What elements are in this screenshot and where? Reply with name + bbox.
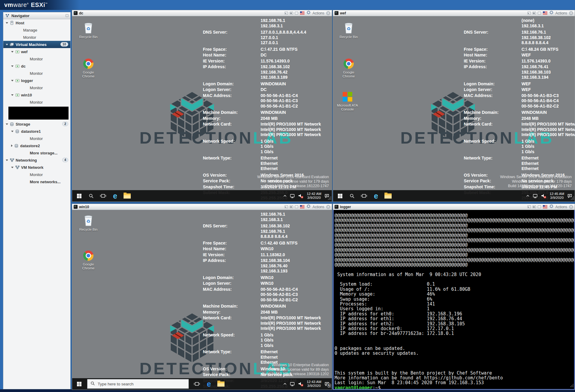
sidebar-item-monitor[interactable]: Monitor (3, 55, 70, 62)
desktop-icon-google-chrome[interactable]: Google Chrome (77, 250, 100, 270)
desktop-icon-recycle-bin[interactable]: ♻Recycle Bin (77, 215, 100, 232)
search-button[interactable] (348, 190, 356, 202)
taskbar-clock[interactable]: 12:45 AM3/9/2020 (549, 192, 564, 200)
close-icon[interactable]: × (569, 205, 573, 209)
sidebar-item-dc[interactable]: dc (3, 62, 70, 70)
start-button[interactable] (75, 190, 83, 202)
sidebar-item-monitor[interactable]: Monitor (3, 99, 70, 106)
search-button[interactable] (87, 190, 95, 202)
logger-terminal-screen[interactable]: @@@@@@@@@@@@@@@@@@@@@@@@@@@@@@@@@@@@@@@@… (333, 210, 575, 390)
keyboard-layout-flag-icon[interactable] (543, 204, 547, 210)
close-icon[interactable]: × (326, 205, 330, 209)
console-size-s1-button[interactable] (528, 205, 531, 208)
close-icon[interactable]: × (326, 11, 330, 15)
start-button[interactable] (336, 190, 344, 202)
actions-menu-button[interactable]: Actions (555, 205, 567, 209)
console-size-s1-button[interactable] (528, 12, 531, 14)
sidebar-item-networking[interactable]: Networking4 (3, 156, 70, 164)
tray-chevron-up-icon[interactable] (526, 194, 530, 197)
file-explorer-button[interactable] (384, 190, 392, 202)
browser-button[interactable]: e (372, 190, 380, 202)
chevron-down-icon[interactable] (6, 44, 8, 45)
desktop-icon-recycle-bin[interactable]: ♻Recycle Bin (337, 22, 360, 39)
console-size-s1-button[interactable] (285, 205, 288, 208)
gear-icon[interactable] (306, 10, 311, 16)
tray-volume-muted-icon[interactable] (298, 193, 304, 199)
sidebar-item-manage[interactable]: Manage (3, 26, 70, 34)
gear-icon[interactable] (549, 10, 554, 16)
window-titlebar-wef[interactable]: wefActions× (333, 10, 575, 16)
window-titlebar-win10[interactable]: win10Actions× (72, 204, 332, 210)
sidebar-item-vm-network[interactable]: VM Network (3, 164, 70, 171)
console-size-s1-button[interactable] (285, 12, 288, 14)
console-size-s3-button[interactable] (538, 205, 541, 208)
taskbar-search-input[interactable]: Type here to search (87, 379, 189, 389)
sidebar-item-monitor[interactable]: Monitor (3, 84, 70, 91)
sidebar-item-more-storage[interactable]: More storage... (3, 149, 70, 156)
tray-network-icon[interactable] (290, 382, 295, 386)
console-size-s3-button[interactable] (538, 12, 541, 14)
desktop-icon-google-chrome[interactable]: Google Chrome (337, 58, 360, 78)
sidebar-item-wef[interactable]: wef (3, 48, 70, 55)
tray-network-icon[interactable] (290, 194, 295, 198)
vm-console-screen-dc[interactable]: DETECTIONLAB♻Recycle BinGoogle Chrome192… (72, 16, 332, 202)
chevron-down-icon[interactable] (11, 94, 14, 96)
task-view-button[interactable] (360, 190, 368, 202)
resize-grip[interactable] (571, 196, 574, 201)
file-explorer-button[interactable] (123, 190, 131, 202)
desktop-icon-google-chrome[interactable]: Google Chrome (77, 58, 100, 78)
task-view-button[interactable] (99, 190, 107, 202)
sidebar-item-monitor[interactable]: Monitor (3, 70, 70, 77)
sidebar-item-monitor[interactable]: Monitor (3, 135, 70, 142)
window-titlebar-dc[interactable]: dcActions× (72, 10, 332, 16)
console-size-s2-button[interactable] (533, 205, 536, 208)
collapse-panel-icon[interactable] (66, 14, 69, 18)
chevron-down-icon[interactable] (11, 65, 14, 67)
navigator-header[interactable]: Navigator (3, 12, 70, 19)
browser-button[interactable]: e (111, 190, 119, 202)
console-size-s3-button[interactable] (295, 12, 298, 14)
chevron-down-icon[interactable] (6, 22, 8, 24)
sidebar-item-datastore1[interactable]: datastore1 (3, 128, 70, 135)
sidebar-item-host[interactable]: Host (3, 19, 70, 26)
close-icon[interactable]: × (569, 11, 573, 15)
chevron-down-icon[interactable] (11, 80, 14, 81)
start-button[interactable] (75, 378, 83, 390)
sidebar-item-more-networks[interactable]: More networks... (3, 178, 70, 185)
chevron-down-icon[interactable] (11, 167, 14, 168)
task-view-button[interactable] (193, 378, 201, 390)
tray-volume-muted-icon[interactable] (541, 193, 546, 199)
window-titlebar-logger[interactable]: loggerActions× (333, 204, 575, 210)
resize-grip[interactable] (328, 196, 331, 201)
sidebar-item-storage[interactable]: Storage2 (3, 120, 70, 128)
taskbar-clock[interactable]: 12:42 AM3/9/2020 (307, 192, 321, 200)
resize-grip[interactable] (570, 383, 573, 388)
console-size-s2-button[interactable] (290, 205, 293, 208)
chevron-right-icon[interactable] (11, 144, 13, 147)
keyboard-layout-flag-icon[interactable] (543, 11, 547, 16)
tray-chevron-up-icon[interactable] (283, 382, 287, 385)
actions-menu-button[interactable]: Actions (313, 11, 324, 15)
gear-icon[interactable] (306, 204, 311, 210)
console-size-s2-button[interactable] (290, 12, 293, 14)
vm-console-screen-wef[interactable]: DETECTIONLAB♻Recycle BinGoogle ChromeMic… (333, 16, 575, 202)
sidebar-item-win10[interactable]: win10 (3, 91, 70, 99)
actions-menu-button[interactable]: Actions (555, 11, 567, 15)
browser-button[interactable]: e (205, 378, 213, 390)
gear-icon[interactable] (549, 204, 554, 210)
sidebar-item-logger[interactable]: logger (3, 77, 70, 84)
console-size-s2-button[interactable] (533, 12, 536, 14)
tray-network-icon[interactable] (533, 194, 538, 198)
sidebar-item-virtual-machines[interactable]: Virtual Machines10 (3, 41, 70, 48)
vm-console-screen-win10[interactable]: DETECTIONLAB♻Recycle BinGoogle Chrome192… (72, 210, 332, 390)
sidebar-item-monitor[interactable]: Monitor (3, 34, 70, 41)
chevron-down-icon[interactable] (11, 131, 14, 132)
keyboard-layout-flag-icon[interactable] (300, 11, 304, 16)
desktop-icon-microsoft-ata-console[interactable]: Microsoft ATA Console (336, 91, 359, 111)
sidebar-item-datastore2[interactable]: datastore2 (3, 142, 70, 149)
chevron-down-icon[interactable] (11, 51, 14, 53)
actions-menu-button[interactable]: Actions (313, 205, 324, 209)
tray-chevron-up-icon[interactable] (283, 194, 287, 197)
file-explorer-button[interactable] (217, 378, 225, 390)
resize-grip[interactable] (328, 384, 331, 389)
